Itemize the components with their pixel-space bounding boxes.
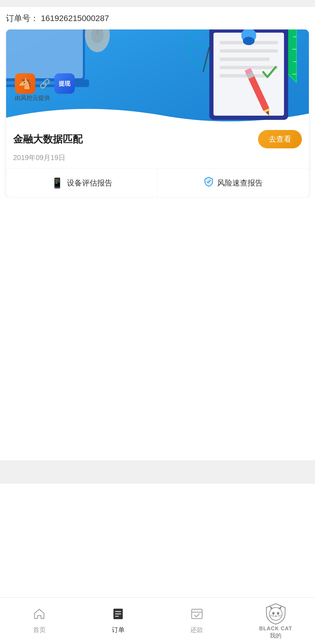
svg-marker-55 — [275, 615, 276, 616]
svg-point-54 — [277, 612, 279, 615]
order-number-row: 订单号： 161926215000287 — [6, 13, 309, 24]
svg-line-56 — [270, 615, 274, 616]
svg-point-53 — [272, 612, 274, 615]
card-date: 2019年09月19日 — [13, 153, 302, 162]
risk-report-label: 风险速查报告 — [217, 178, 263, 188]
main-card: 🐴 🔗 提现 由风控云提供 审核进度查询 金融大数据匹配 去查看 2019 — [6, 29, 309, 197]
empty-area — [0, 197, 315, 460]
repay-icon — [190, 607, 203, 623]
svg-point-50 — [269, 607, 282, 620]
blackcat-logo — [264, 602, 287, 626]
reports-row: 📱 设备评估报告 风险速查报告 — [6, 168, 309, 197]
svg-line-58 — [277, 615, 281, 616]
nav-item-home[interactable]: 首页 — [0, 607, 79, 634]
risk-report-icon — [204, 177, 214, 189]
card-title-row: 金融大数据匹配 去查看 — [13, 130, 302, 148]
nav-label-repay: 还款 — [190, 626, 203, 634]
svg-point-37 — [243, 37, 255, 45]
app-icon-tixian-label: 提现 — [59, 80, 70, 88]
orders-icon — [112, 607, 125, 623]
gray-separator — [0, 460, 315, 484]
provider-link[interactable]: 审核进度查询 — [52, 95, 87, 101]
order-label: 订单号： — [6, 13, 39, 24]
app-icon-mashanglaiqian: 🐴 — [15, 73, 35, 94]
nav-item-orders[interactable]: 订单 — [79, 607, 158, 634]
svg-rect-32 — [220, 49, 278, 53]
blackcat-text-area: BLACK CAT 我的 — [259, 626, 292, 640]
order-value: 161926215000287 — [41, 14, 109, 23]
svg-rect-34 — [220, 66, 278, 69]
risk-report-button[interactable]: 风险速查报告 — [158, 169, 309, 197]
home-icon — [33, 607, 46, 623]
card-body: 金融大数据匹配 去查看 2019年09月19日 — [6, 123, 309, 168]
svg-rect-3 — [6, 29, 83, 78]
status-bar — [0, 0, 315, 7]
app-icon-tixian: 提现 — [54, 73, 75, 94]
svg-rect-33 — [220, 58, 269, 61]
app-icons-row: 🐴 🔗 提现 — [15, 73, 75, 94]
nav-label-orders: 订单 — [112, 626, 125, 634]
device-report-button[interactable]: 📱 设备评估报告 — [6, 169, 158, 197]
card-title: 金融大数据匹配 — [13, 133, 83, 146]
svg-rect-48 — [192, 609, 202, 619]
link-icon: 🔗 — [39, 79, 50, 89]
bottom-nav: 首页 订单 还款 — [0, 597, 315, 644]
device-report-label: 设备评估报告 — [67, 178, 112, 188]
nav-item-repay[interactable]: 还款 — [158, 607, 236, 634]
provider-text: 由风控云提供 审核进度查询 — [15, 94, 87, 102]
mine-label: 我的 — [270, 632, 281, 640]
card-banner: 🐴 🔗 提现 由风控云提供 审核进度查询 — [6, 29, 309, 123]
svg-rect-35 — [220, 74, 265, 77]
go-look-button[interactable]: 去查看 — [258, 130, 302, 148]
blackcat-label: BLACK CAT — [259, 626, 292, 632]
main-content: 订单号： 161926215000287 — [0, 7, 315, 197]
device-report-icon: 📱 — [51, 177, 63, 189]
nav-item-mine[interactable]: BLACK CAT 我的 — [236, 602, 315, 640]
nav-label-home: 首页 — [33, 626, 46, 634]
svg-point-43 — [208, 182, 209, 183]
